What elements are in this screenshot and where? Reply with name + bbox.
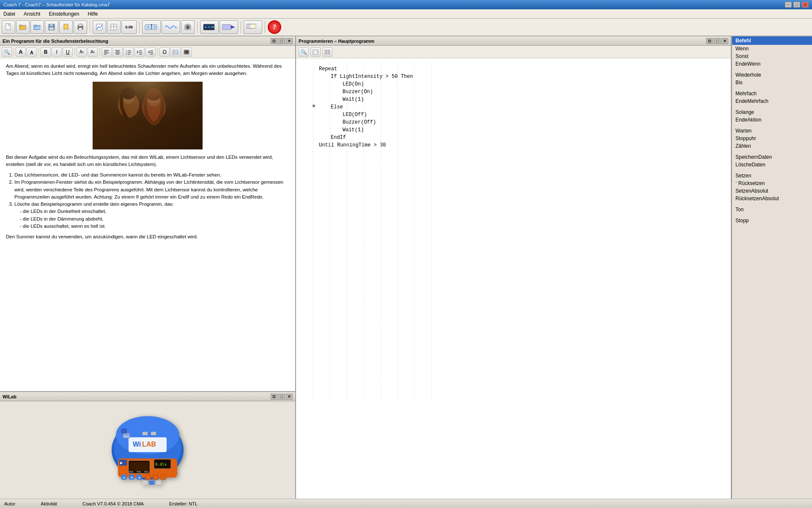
cmd-endewenn[interactable]: EndeWenn [732, 60, 812, 68]
indent-more-button[interactable] [145, 47, 156, 57]
svg-rect-55 [173, 50, 178, 54]
close-button[interactable]: ✕ [802, 2, 809, 8]
print-button[interactable] [74, 20, 87, 34]
separator-3 [197, 21, 198, 33]
svg-rect-101 [153, 475, 158, 480]
display-button[interactable]: ▶ 0.08 [200, 20, 219, 34]
prog-restore-button[interactable]: ⊡ [706, 38, 713, 44]
bookmark-button[interactable] [59, 20, 73, 34]
font-a-small-button[interactable]: A [27, 47, 37, 57]
svg-text:Aus: Aus [124, 435, 129, 438]
open-cma-button[interactable]: CMA [30, 20, 44, 34]
code-line-else: Else [315, 103, 617, 111]
omega-button[interactable]: Ω [159, 47, 170, 57]
doc-maximize-button[interactable]: □ [278, 38, 285, 44]
title-bar-controls[interactable]: − □ ✕ [785, 2, 809, 8]
cmd-setzen[interactable]: Setzen [732, 172, 812, 179]
cmd-speicherndaten[interactable]: SpeichernDaten [732, 153, 812, 161]
cmd-zaehlen[interactable]: Zählen [732, 142, 812, 150]
svg-text:▼: ▼ [130, 476, 133, 479]
signal-button[interactable] [162, 20, 180, 34]
svg-rect-111 [325, 52, 327, 54]
wilab-panel-controls[interactable]: ⊡ □ ✕ [271, 394, 293, 400]
cmd-ton[interactable]: Ton [732, 206, 812, 213]
movie-button[interactable] [181, 47, 192, 57]
doc-paragraph-3: Den Summer kannst du verwenden, um anzuk… [6, 233, 289, 240]
cmd-loeschedaten[interactable]: LöscheDaten [732, 161, 812, 168]
svg-rect-8 [49, 28, 54, 30]
prog-settings-button[interactable] [322, 47, 332, 57]
new-button[interactable] [2, 20, 15, 34]
cmd-ruecksetzen[interactable]: ° Rücksetzen [732, 179, 812, 187]
align-left-button[interactable] [102, 47, 112, 57]
code-lines-container: Repeat If LightIntensity > 50 Then LED(O… [296, 64, 617, 151]
cmd-endeaktion[interactable]: EndeAktion [732, 116, 812, 124]
prog-close-button[interactable]: ✕ [721, 38, 728, 44]
doc-paragraph-2: Bei dieser Aufgabe wirst du ein Beleucht… [6, 154, 289, 168]
cmd-wiederhole[interactable]: Wiederhole [732, 71, 812, 79]
cmd-bis[interactable]: Bis [732, 79, 812, 86]
wilab-maximize-button[interactable]: □ [278, 394, 285, 400]
bold-button[interactable]: B [41, 47, 51, 57]
measure-button[interactable] [142, 20, 161, 34]
table-button[interactable] [107, 20, 121, 34]
cmd-ruecksetzenabsolut[interactable]: RücksetzenAbsolut [732, 195, 812, 202]
menu-datei[interactable]: Datei [2, 10, 17, 18]
underline-button[interactable]: U [63, 47, 73, 57]
image-button[interactable] [170, 47, 181, 57]
italic-button[interactable]: I [52, 47, 62, 57]
cmd-spacer-7 [732, 202, 812, 206]
doc-close-button[interactable]: ✕ [286, 38, 293, 44]
cmd-stoppuhr[interactable]: Stoppuhr [732, 135, 812, 142]
prog-panel: Programmieren – Hauptprogramm ⊡ □ ✕ 🔍 [296, 36, 732, 499]
diagram-button[interactable] [93, 20, 106, 34]
open-button[interactable] [16, 20, 30, 34]
cmd-setzenabsolut[interactable]: SetzenAbsolut [732, 187, 812, 195]
menu-einstellungen[interactable]: Einstellungen [47, 10, 81, 18]
list-button[interactable] [123, 47, 134, 57]
doc-list-item-3: Lösche das Beispielsprogramm und erstell… [14, 201, 289, 230]
font-sup-button[interactable]: Ax [88, 47, 98, 57]
indent-less-button[interactable] [134, 47, 145, 57]
search-text-button[interactable]: 🔍 [2, 47, 12, 57]
wilab-close-button[interactable]: ✕ [286, 394, 293, 400]
prog-panel-controls[interactable]: ⊡ □ ✕ [706, 38, 728, 44]
toolbar: CMA 0.08 ▶ 0.08 ? [0, 19, 812, 36]
prog-header: Programmieren – Hauptprogramm ⊡ □ ✕ [296, 36, 731, 46]
cmd-spacer-5 [732, 150, 812, 153]
code-line-ledon: LED(On) [315, 80, 617, 88]
cmd-endemehrfach[interactable]: EndeMehrfach [732, 97, 812, 105]
doc-content: Am Abend, wenn es dunkel wird, erregt ei… [0, 58, 295, 391]
cmd-mehrfach[interactable]: Mehrfach [732, 90, 812, 97]
cmd-solange[interactable]: Solange [732, 108, 812, 116]
maximize-button[interactable]: □ [793, 2, 800, 8]
doc-panel-controls[interactable]: ⊡ □ ✕ [271, 38, 293, 44]
cmd-warten[interactable]: Warten [732, 127, 812, 135]
menu-ansicht[interactable]: Ansicht [22, 10, 42, 18]
help-button[interactable]: ? [268, 20, 281, 34]
prog-view-button[interactable] [310, 47, 321, 57]
doc-restore-button[interactable]: ⊡ [271, 38, 277, 44]
cmd-wenn[interactable]: Wenn [732, 45, 812, 52]
cmd-sonst[interactable]: Sonst [732, 52, 812, 60]
prog-search-button[interactable]: 🔍 [299, 47, 309, 57]
font-a-button[interactable]: A [16, 47, 26, 57]
menu-hilfe[interactable]: Hilfe [86, 10, 99, 18]
video-button[interactable] [219, 20, 238, 34]
prog-content[interactable]: Repeat If LightIntensity > 50 Then LED(O… [296, 58, 731, 499]
right-panel: Programmieren – Hauptprogramm ⊡ □ ✕ 🔍 [296, 36, 812, 499]
align-center-button[interactable] [112, 47, 123, 57]
cmd-stopp[interactable]: Stopp [732, 217, 812, 224]
capture-button[interactable] [181, 20, 195, 34]
prog-maximize-button[interactable]: □ [714, 38, 721, 44]
text-toolbar: 🔍 A A B I U Ax Ax [0, 46, 295, 58]
wilab-restore-button[interactable]: ⊡ [271, 394, 277, 400]
separator-5 [265, 21, 265, 33]
save-button[interactable] [45, 20, 58, 34]
status-author: Autor [4, 501, 15, 506]
minimize-button[interactable]: − [785, 2, 792, 8]
zoom-button[interactable] [244, 20, 262, 34]
svg-text:LAB: LAB [142, 441, 156, 448]
value-button[interactable]: 0.08 [121, 20, 137, 34]
font-sub-button[interactable]: Ax [77, 47, 87, 57]
